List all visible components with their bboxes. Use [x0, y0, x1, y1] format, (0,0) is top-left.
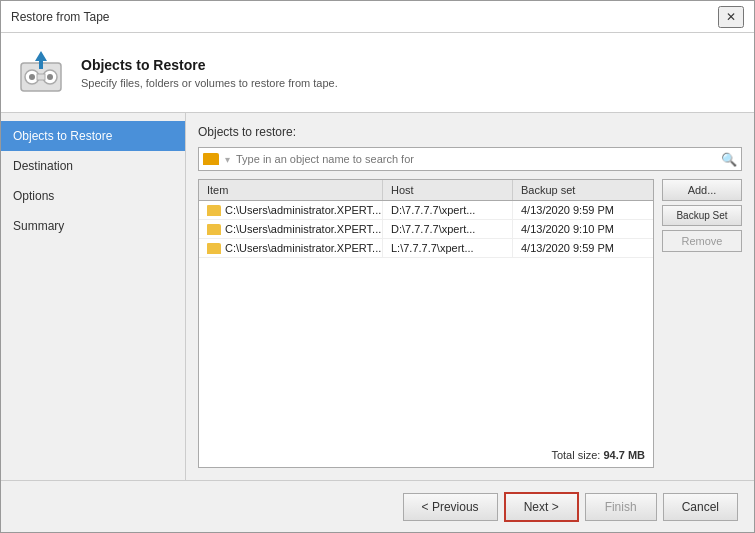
cell-backup-set-0: 4/13/2020 9:59 PM: [513, 201, 653, 219]
folder-icon-row-0: [207, 205, 221, 216]
sidebar-item-options[interactable]: Options: [1, 181, 185, 211]
finish-button[interactable]: Finish: [585, 493, 657, 521]
col-header-host: Host: [383, 180, 513, 200]
search-bar: ▾ 🔍: [198, 147, 742, 171]
search-input[interactable]: [236, 153, 717, 165]
col-header-backup-set: Backup set: [513, 180, 653, 200]
total-size-area: Total size: 94.7 MB: [199, 443, 653, 467]
restore-icon: [17, 49, 65, 97]
backup-set-button[interactable]: Backup Set: [662, 205, 742, 226]
cell-backup-set-2: 4/13/2020 9:59 PM: [513, 239, 653, 257]
header-title: Objects to Restore: [81, 57, 338, 73]
folder-icon-row-1: [207, 224, 221, 235]
svg-point-3: [29, 74, 35, 80]
table-row[interactable]: C:\Users\administrator.XPERT... D:\7.7.7…: [199, 220, 653, 239]
title-bar: Restore from Tape ✕: [1, 1, 754, 33]
dropdown-arrow-icon[interactable]: ▾: [225, 154, 230, 165]
footer: < Previous Next > Finish Cancel: [1, 480, 754, 532]
header-subtitle: Specify files, folders or volumes to res…: [81, 77, 338, 89]
table-area-row: Item Host Backup set C:\Users\administra…: [198, 179, 742, 468]
svg-rect-5: [37, 74, 45, 80]
sidebar: Objects to Restore Destination Options S…: [1, 113, 186, 480]
cancel-button[interactable]: Cancel: [663, 493, 738, 521]
header-section: Objects to Restore Specify files, folder…: [1, 33, 754, 113]
objects-label: Objects to restore:: [198, 125, 742, 139]
dialog: Restore from Tape ✕ Objects to Restore S…: [0, 0, 755, 533]
table-row[interactable]: C:\Users\administrator.XPERT... D:\7.7.7…: [199, 201, 653, 220]
sidebar-item-destination[interactable]: Destination: [1, 151, 185, 181]
content-area: Objects to Restore Destination Options S…: [1, 113, 754, 480]
dialog-title: Restore from Tape: [11, 10, 110, 24]
col-header-item: Item: [199, 180, 383, 200]
right-col: Add... Backup Set Remove: [662, 179, 742, 468]
header-text: Objects to Restore Specify files, folder…: [81, 57, 338, 89]
sidebar-item-objects-to-restore[interactable]: Objects to Restore: [1, 121, 185, 151]
sidebar-item-summary[interactable]: Summary: [1, 211, 185, 241]
table-body: C:\Users\administrator.XPERT... D:\7.7.7…: [199, 201, 653, 443]
cell-item-2: C:\Users\administrator.XPERT...: [199, 239, 383, 257]
previous-button[interactable]: < Previous: [403, 493, 498, 521]
cell-item-1: C:\Users\administrator.XPERT...: [199, 220, 383, 238]
right-buttons: Add... Backup Set Remove: [662, 179, 742, 252]
svg-point-4: [47, 74, 53, 80]
cell-item-0: C:\Users\administrator.XPERT...: [199, 201, 383, 219]
main-panel: Objects to restore: ▾ 🔍 Item Host Backup…: [186, 113, 754, 480]
total-size-label: Total size:: [551, 449, 600, 461]
search-icon: 🔍: [721, 152, 737, 167]
folder-icon-row-2: [207, 243, 221, 254]
total-size-value: 94.7 MB: [603, 449, 645, 461]
table-header: Item Host Backup set: [199, 180, 653, 201]
cell-host-0: D:\7.7.7.7\xpert...: [383, 201, 513, 219]
remove-button[interactable]: Remove: [662, 230, 742, 252]
cell-host-1: D:\7.7.7.7\xpert...: [383, 220, 513, 238]
cell-host-2: L:\7.7.7.7\xpert...: [383, 239, 513, 257]
cell-backup-set-1: 4/13/2020 9:10 PM: [513, 220, 653, 238]
next-button[interactable]: Next >: [504, 492, 579, 522]
table-row[interactable]: C:\Users\administrator.XPERT... L:\7.7.7…: [199, 239, 653, 258]
folder-icon: [203, 153, 219, 165]
close-button[interactable]: ✕: [718, 6, 744, 28]
add-button[interactable]: Add...: [662, 179, 742, 201]
title-bar-left: Restore from Tape: [11, 10, 110, 24]
table-container: Item Host Backup set C:\Users\administra…: [198, 179, 654, 468]
